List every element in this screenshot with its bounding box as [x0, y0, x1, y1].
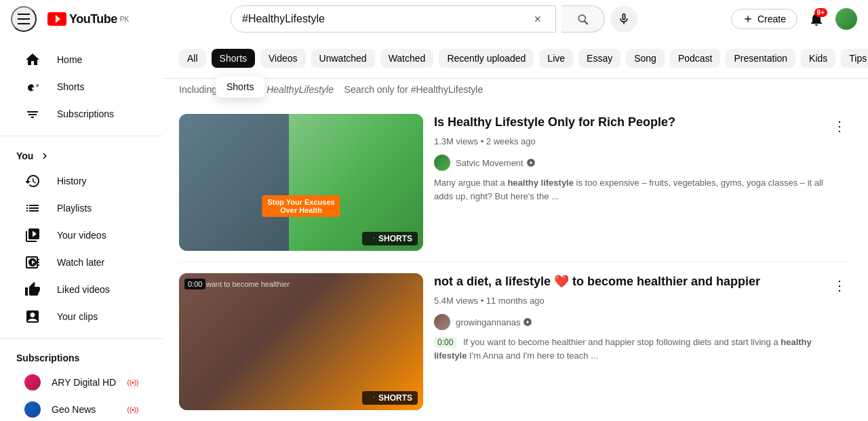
sidebar-label-history: History [57, 176, 87, 186]
video-item-1: Stop Your ExcusesOver Health SHORTS Is H… [179, 103, 852, 262]
exact-query-link[interactable]: #HealthyLifestyle [411, 84, 484, 95]
sidebar-item-history[interactable]: History [8, 167, 155, 195]
svg-rect-0 [18, 14, 30, 15]
create-button[interactable]: Create [731, 9, 797, 29]
progress-dot-2: 0:00 [184, 279, 205, 289]
svg-rect-2 [18, 23, 30, 24]
sidebar-label-liked-videos: Liked videos [57, 284, 110, 295]
sidebar-item-subscriptions[interactable]: Subscriptions [8, 100, 155, 127]
filter-all[interactable]: All [179, 49, 206, 68]
geo-avatar [24, 401, 41, 418]
sidebar-label-playlists: Playlists [57, 203, 92, 214]
filter-presentation[interactable]: Presentation [726, 49, 795, 68]
video-title-2[interactable]: not a diet, a lifestyle ❤️ to become hea… [434, 273, 825, 290]
filter-podcast[interactable]: Podcast [670, 49, 721, 68]
video-meta-1: 1.3M views • 2 weeks ago [434, 136, 825, 146]
sidebar-label-subscriptions: Subscriptions [57, 108, 114, 119]
filter-tips[interactable]: Tips [841, 49, 868, 68]
sidebar-item-home[interactable]: Home [8, 46, 155, 73]
search-button[interactable] [561, 5, 605, 33]
italic-query: HealthyLifestyle [267, 84, 334, 95]
shorts-badge-1: SHORTS [362, 232, 418, 245]
playlists-icon [24, 200, 41, 216]
video-list: Stop Your ExcusesOver Health SHORTS Is H… [163, 103, 868, 421]
search-bar: #HealthyLifestyle ✕ [231, 5, 556, 33]
italic-query-link[interactable]: HealthyLifestyle [267, 84, 334, 95]
live-icon-ary: ((•)) [127, 377, 138, 388]
header-right: Create 9+ [722, 5, 857, 33]
subscriptions-section-label: Subscriptions [0, 347, 163, 369]
filter-bar: All Shorts Videos Unwatched Watched Rece… [163, 38, 868, 79]
svg-rect-1 [18, 18, 30, 20]
channel-avatar-1 [434, 155, 450, 171]
youtube-logo[interactable]: YouTubePK [47, 12, 129, 26]
channel-row-1: Satvic Movement [434, 155, 825, 171]
search-only-text: Search only for [344, 84, 408, 95]
filter-videos[interactable]: Videos [260, 49, 306, 68]
you-label: You [16, 151, 33, 161]
youtube-logo-icon [47, 12, 66, 26]
sidebar-label-your-videos: Your videos [57, 230, 106, 241]
watch-later-icon [24, 254, 41, 270]
sub-label-geo: Geo News [52, 404, 117, 415]
sidebar-label-shorts: Shorts [57, 81, 84, 92]
channel-row-2: growingannanas [434, 314, 825, 330]
liked-videos-icon [24, 281, 41, 298]
video-meta-2: 5.4M views • 11 months ago [434, 296, 825, 306]
video-thumb-1[interactable]: Stop Your ExcusesOver Health SHORTS [179, 114, 423, 251]
filter-watched[interactable]: Watched [380, 49, 434, 68]
subscriptions-icon [24, 106, 41, 122]
main-content: All Shorts Videos Unwatched Watched Rece… [163, 38, 868, 421]
subscription-item-ary[interactable]: ARY Digital HD ((•)) [8, 369, 155, 396]
sidebar-item-liked-videos[interactable]: Liked videos [8, 276, 155, 303]
results-info: Including results for: HealthyLifestyle … [163, 79, 868, 103]
filter-essay[interactable]: Essay [578, 49, 620, 68]
filter-kids[interactable]: Kids [801, 49, 835, 68]
sidebar-item-playlists[interactable]: Playlists [8, 195, 155, 222]
sidebar-item-shorts[interactable]: Shorts [8, 73, 155, 100]
create-label: Create [757, 14, 786, 24]
your-videos-icon [24, 227, 41, 243]
shorts-tooltip: Shorts [216, 76, 264, 98]
sidebar-item-your-clips[interactable]: Your clips [8, 303, 155, 330]
sidebar-label-watch-later: Watch later [57, 257, 104, 268]
search-clear-icon[interactable]: ✕ [531, 11, 545, 27]
sidebar-divider-1 [0, 136, 163, 136]
home-icon [24, 52, 41, 68]
video-desc-1: Many argue that a healthy lifestyle is t… [434, 176, 825, 203]
subscription-item-geo[interactable]: Geo News ((•)) [8, 396, 155, 421]
history-icon [24, 173, 41, 189]
channel-name-1[interactable]: Satvic Movement [456, 158, 536, 168]
video-info-1: Is Healthy Lifestyle Only for Rich Peopl… [434, 114, 852, 251]
more-button-1[interactable]: ⋮ [827, 114, 852, 138]
channel-avatar-2 [434, 314, 450, 330]
video-title-1[interactable]: Is Healthy Lifestyle Only for Rich Peopl… [434, 114, 825, 131]
sidebar-label-home: Home [57, 54, 82, 65]
notification-badge: 9+ [814, 8, 827, 17]
more-button-2[interactable]: ⋮ [827, 273, 852, 298]
you-section-header[interactable]: You [0, 144, 163, 167]
header: YouTubePK #HealthyLifestyle ✕ Create [0, 0, 868, 38]
video-thumb-2[interactable]: If you want to become healthier 0:00 SHO… [179, 273, 423, 410]
filter-live[interactable]: Live [539, 49, 573, 68]
microphone-button[interactable] [610, 5, 637, 33]
svg-marker-3 [56, 15, 60, 23]
search-input[interactable]: #HealthyLifestyle [242, 13, 531, 25]
sidebar-item-your-videos[interactable]: Your videos [8, 222, 155, 249]
ary-avatar [24, 374, 41, 390]
youtube-text: YouTube [69, 12, 117, 26]
channel-name-2[interactable]: growingannanas [456, 317, 532, 327]
live-icon-geo: ((•)) [127, 404, 138, 415]
sidebar-item-watch-later[interactable]: Watch later [8, 249, 155, 276]
user-avatar[interactable] [835, 8, 857, 30]
filter-unwatched[interactable]: Unwatched [311, 49, 375, 68]
filter-recently-uploaded[interactable]: Recently uploaded [439, 49, 534, 68]
notifications-button[interactable]: 9+ [803, 5, 830, 33]
hamburger-button[interactable] [11, 6, 37, 32]
filter-song[interactable]: Song [626, 49, 665, 68]
sidebar: Home Shorts Subscriptions You History [0, 38, 163, 421]
shorts-badge-2: SHORTS [362, 391, 418, 405]
sidebar-divider-2 [0, 338, 163, 339]
thumb-text-1: Stop Your ExcusesOver Health [262, 195, 340, 217]
filter-shorts[interactable]: Shorts [212, 49, 255, 68]
